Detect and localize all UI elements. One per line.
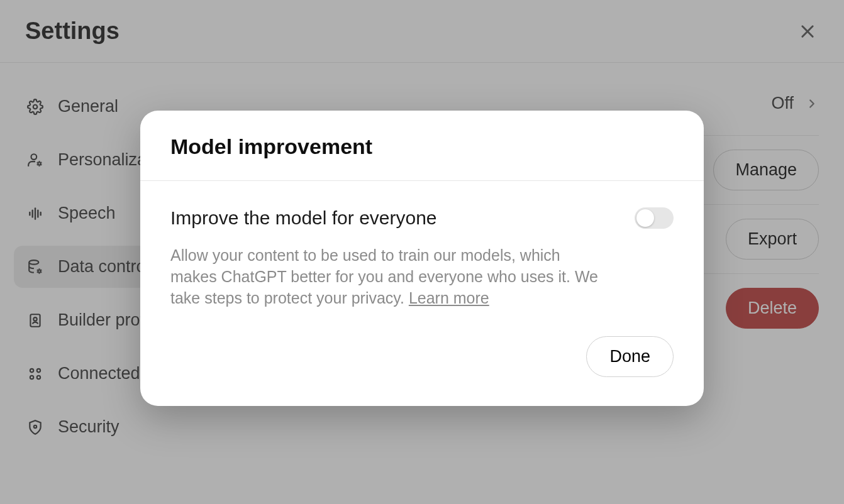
toggle-knob [636,209,654,227]
improve-model-row: Improve the model for everyone [170,207,674,229]
modal-header: Model improvement [140,111,704,181]
improve-model-description: Allow your content to be used to train o… [170,245,604,309]
description-text: Allow your content to be used to train o… [170,246,598,307]
model-improvement-modal: Model improvement Improve the model for … [140,111,704,406]
learn-more-link[interactable]: Learn more [409,289,489,307]
modal-body: Improve the model for everyone Allow you… [140,181,704,324]
modal-title: Model improvement [170,134,674,159]
improve-model-toggle[interactable] [635,207,674,229]
modal-footer: Done [140,324,704,406]
modal-overlay[interactable]: Model improvement Improve the model for … [0,0,844,504]
improve-model-title: Improve the model for everyone [170,207,437,229]
done-button[interactable]: Done [586,336,674,377]
